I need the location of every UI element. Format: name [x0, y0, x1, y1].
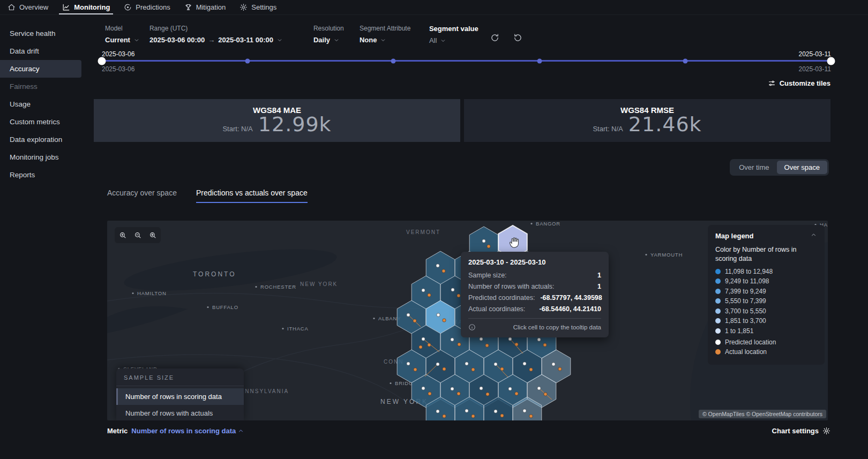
toggle-over-space[interactable]: Over space	[777, 161, 827, 174]
legend-item-label: 3,700 to 5,550	[725, 307, 766, 315]
map-place-label: BUFFALO	[212, 304, 238, 310]
legend-item-label: 1,851 to 3,700	[725, 317, 766, 325]
nav-item-label: Mitigation	[196, 3, 226, 11]
resolution-select[interactable]: Resolution Daily	[313, 25, 350, 44]
actual-location-dot	[443, 415, 446, 418]
tooltip-row-value: -68.57797, 44.39598	[540, 294, 602, 302]
timeline-tick[interactable]	[245, 58, 250, 63]
predicted-location-dot	[465, 362, 468, 365]
map-place-label: ROCHESTER	[260, 284, 296, 290]
predicted-location-dot	[422, 289, 425, 292]
zoom-fit-button[interactable]	[146, 229, 159, 242]
timeline-start-date: 2025-03-06	[102, 50, 134, 58]
legend-item: 7,399 to 9,249	[715, 288, 817, 295]
actual-location-dot	[544, 393, 547, 396]
view-toggle: Over timeOver space	[730, 159, 829, 176]
chart-settings-label: Chart settings	[772, 427, 819, 435]
bottom-bar: Metric Number of rows in scoring data Ch…	[107, 427, 830, 435]
actual-location-dot	[428, 392, 431, 395]
legend-color-dot	[715, 269, 721, 274]
model-select[interactable]: Model Current	[105, 25, 140, 44]
range-end-value: 2025-03-11 00:00	[218, 36, 273, 44]
chart-icon	[62, 3, 70, 11]
legend-color-dot	[715, 279, 721, 284]
legend-item-label: 11,098 to 12,948	[725, 268, 773, 275]
sidebar-item-usage[interactable]: Usage	[0, 95, 81, 113]
predicted-location-dot	[480, 387, 483, 390]
predicted-location-dot	[537, 387, 541, 390]
sidebar-item-data-drift[interactable]: Data drift	[0, 42, 81, 60]
sidebar-item-data-exploration[interactable]: Data exploration	[0, 131, 81, 148]
nav-item-mitigation[interactable]: Mitigation	[184, 0, 226, 14]
timeline-range-handle[interactable]	[827, 57, 835, 65]
range-select[interactable]: Range (UTC) 2025-03-06 00:00 → 2025-03-1…	[149, 25, 304, 44]
tooltip-row: Number of rows with actuals:1	[468, 283, 601, 290]
filter-controls: Model Current Range (UTC) 2025-03-06 00:…	[105, 25, 525, 46]
legend-item-label: Predicted location	[725, 338, 776, 346]
sidebar-item-reports[interactable]: Reports	[0, 166, 81, 184]
actual-location-dot	[472, 415, 475, 418]
tooltip-rows: Sample size:1Number of rows with actuals…	[468, 272, 601, 313]
nav-item-settings[interactable]: Settings	[240, 0, 276, 14]
zoom-out-button[interactable]	[131, 229, 144, 242]
model-value: Current	[105, 36, 130, 44]
legend-item-label: 7,399 to 9,249	[725, 288, 766, 295]
metric-tile-wgs84-rmse[interactable]: WGS84 RMSEStart: N/A21.46k	[464, 99, 830, 142]
tooltip-row-label: Sample size:	[468, 272, 507, 279]
tooltip-row: Actual coordinates:-68.54460, 44.21410	[468, 305, 601, 313]
metric-tile-value: 21.46k	[628, 113, 702, 137]
map-place-label: NEW YORK	[300, 281, 338, 287]
reset-button[interactable]	[511, 31, 525, 46]
predicted-location-dot	[422, 337, 425, 341]
timeline-tick[interactable]	[537, 58, 542, 63]
legend-item-label: 9,249 to 11,098	[725, 277, 769, 285]
actual-location-dot	[457, 294, 460, 297]
toggle-over-time[interactable]: Over time	[731, 161, 776, 174]
segment-attribute-select[interactable]: Segment Attribute None	[360, 25, 420, 44]
tab-accuracy-over-space[interactable]: Accuracy over space	[107, 189, 177, 203]
sidebar-item-service-health[interactable]: Service health	[0, 25, 81, 42]
predicted-location-dot	[494, 410, 497, 413]
timeline-range-handle[interactable]	[98, 57, 106, 65]
timeline-tick[interactable]	[391, 58, 396, 63]
dropdown-header: SAMPLE SIZE	[116, 368, 244, 386]
metric-tile-start: Start: N/A	[222, 125, 252, 133]
predicted-location-dot	[552, 363, 555, 366]
metric-tile-wgs84-mae[interactable]: WGS84 MAEStart: N/A12.99k	[94, 99, 460, 142]
customize-tiles-button[interactable]: Customize tiles	[768, 79, 830, 87]
sidebar-item-monitoring-jobs[interactable]: Monitoring jobs	[0, 148, 81, 166]
nav-item-predictions[interactable]: Predictions	[124, 0, 170, 14]
zoom-in-button[interactable]	[116, 229, 129, 242]
chevron-up-icon	[810, 231, 817, 238]
sidebar-item-fairness[interactable]: Fairness	[0, 78, 81, 95]
chart-settings-button[interactable]: Chart settings	[772, 427, 830, 435]
metric-option-number-of-rows-with-actuals[interactable]: Number of rows with actuals	[116, 405, 244, 420]
tooltip-row: Predicted coordinates:-68.57797, 44.3959…	[468, 294, 601, 302]
sidebar-item-custom-metrics[interactable]: Custom metrics	[0, 113, 81, 131]
metric-label: Metric	[107, 427, 128, 435]
actual-location-dot	[558, 367, 562, 371]
legend-collapse-button[interactable]	[810, 231, 817, 240]
timeline-tick[interactable]	[683, 58, 687, 63]
predicted-location-dot	[465, 409, 468, 412]
segment-value-select[interactable]: Segment value All	[429, 25, 478, 44]
tab-predictions-vs-actuals-over-space[interactable]: Predictions vs actuals over space	[196, 189, 308, 203]
predicted-location-dot	[437, 313, 440, 317]
nav-item-overview[interactable]: Overview	[8, 0, 48, 14]
chevron-up-icon	[237, 427, 244, 434]
nav-item-monitoring[interactable]: Monitoring	[62, 0, 110, 14]
chevron-down-icon	[380, 37, 386, 43]
actual-location-dot	[414, 368, 417, 371]
refresh-button[interactable]	[488, 31, 502, 46]
metric-tile-start: Start: N/A	[593, 125, 623, 133]
sidebar-item-accuracy[interactable]: Accuracy	[0, 60, 81, 78]
legend-color-dot	[715, 318, 721, 323]
sidebar-item-label: Reports	[10, 171, 35, 179]
predicted-location-dot	[451, 387, 454, 390]
tooltip-row-value: -68.54460, 44.21410	[540, 305, 601, 313]
metric-selector-value: Number of rows in scoring data	[131, 427, 236, 435]
metric-option-number-of-rows-in-scoring-data[interactable]: Number of rows in scoring data	[116, 388, 244, 405]
legend-point-item: Actual location	[715, 348, 817, 356]
timeline-track[interactable]	[102, 60, 831, 62]
metric-selector-link[interactable]: Number of rows in scoring data	[131, 427, 244, 435]
